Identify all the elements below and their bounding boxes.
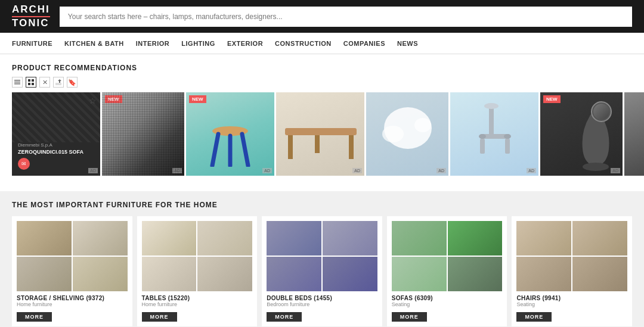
furniture-card-chairs[interactable]: CHAIRS (9941) Seating MORE xyxy=(512,216,632,326)
svg-rect-4 xyxy=(32,79,34,82)
ad-badge-6: AD xyxy=(527,168,536,173)
svg-point-17 xyxy=(414,118,431,132)
storage-images xyxy=(17,221,128,291)
svg-rect-12 xyxy=(288,135,293,159)
svg-rect-5 xyxy=(28,83,30,85)
ad-badge-5: AD xyxy=(436,168,446,173)
ad-badge-3: AD xyxy=(262,168,272,173)
svg-rect-2 xyxy=(14,83,20,85)
control-list[interactable] xyxy=(12,77,23,88)
furniture-section: THE MOST IMPORTANT FURNITURE FOR THE HOM… xyxy=(0,191,644,327)
svg-rect-21 xyxy=(505,139,510,154)
control-bookmark[interactable]: 🔖 xyxy=(67,77,78,88)
grid-icon xyxy=(28,79,34,85)
sofas-images xyxy=(392,221,503,291)
tables-more-btn[interactable]: MORE xyxy=(142,312,177,322)
nav-interior[interactable]: INTERIOR xyxy=(136,40,170,47)
control-grid[interactable] xyxy=(26,77,36,88)
furniture-card-sofas[interactable]: SOFAS (6309) Seating MORE xyxy=(387,216,507,326)
ad-badge-7: AD xyxy=(611,168,620,173)
svg-rect-14 xyxy=(315,135,320,153)
recommendations-title: PRODUCT RECOMMENDATIONS xyxy=(12,64,632,72)
sofas-more-btn[interactable]: MORE xyxy=(392,312,427,322)
ad-badge-4: AD xyxy=(352,168,362,173)
list-icon xyxy=(14,79,20,85)
nav-bar: FURNITURE KITCHEN & BATH INTERIOR LIGHTI… xyxy=(0,33,644,54)
chairs-title: CHAIRS (9941) xyxy=(516,295,627,301)
product-card-4[interactable]: AD xyxy=(276,92,364,176)
product-card-6[interactable]: AD xyxy=(450,92,538,176)
faucet-svg xyxy=(462,101,528,167)
nav-furniture[interactable]: FURNITURE xyxy=(12,40,52,47)
svg-rect-20 xyxy=(480,139,485,154)
email-icon[interactable]: ✉ xyxy=(18,158,30,170)
beds-more-btn[interactable]: MORE xyxy=(267,312,302,322)
rec-controls: ✕ 🔖 xyxy=(12,77,632,88)
svg-point-24 xyxy=(504,134,511,139)
svg-point-22 xyxy=(484,103,499,109)
tables-images xyxy=(142,221,253,291)
product-card-1[interactable]: ☆ Diemmebi S.p.A ZEROQUINDICI.015 SOFA ✉… xyxy=(12,92,100,176)
product-name: ZEROQUINDICI.015 SOFA xyxy=(18,149,94,155)
svg-rect-6 xyxy=(32,83,34,85)
control-share[interactable] xyxy=(53,77,64,88)
nav-kitchen-bath[interactable]: KITCHEN & BATH xyxy=(64,40,124,47)
furniture-card-beds[interactable]: DOUBLE BEDS (1455) Bedroom furniture MOR… xyxy=(262,216,382,326)
nav-news[interactable]: NEWS xyxy=(397,40,418,47)
nav-lighting[interactable]: LIGHTING xyxy=(181,40,215,47)
product-card-2[interactable]: NEW AD xyxy=(102,92,184,176)
new-badge-3: NEW xyxy=(189,95,206,103)
svg-line-10 xyxy=(242,134,248,166)
svg-point-23 xyxy=(479,134,486,139)
nav-exterior[interactable]: EXTERIOR xyxy=(227,40,263,47)
logo-top: ARCHI xyxy=(12,4,50,15)
lamp-svg xyxy=(375,98,441,164)
logo-bottom: TONIC xyxy=(12,18,50,29)
product-strip: ☆ Diemmebi S.p.A ZEROQUINDICI.015 SOFA ✉… xyxy=(12,92,632,176)
furniture-card-storage[interactable]: STORAGE / SHELVING (9372) Home furniture… xyxy=(12,216,132,326)
share-icon xyxy=(55,79,61,85)
storage-more-btn[interactable]: MORE xyxy=(17,312,52,322)
svg-rect-1 xyxy=(14,82,20,83)
tables-sub: Home furniture xyxy=(142,301,253,307)
sofas-title: SOFAS (6309) xyxy=(392,295,503,301)
product-card-5[interactable]: AD xyxy=(366,92,448,176)
bench-svg xyxy=(282,122,360,164)
beds-images xyxy=(267,221,377,291)
header: ARCHI TONIC xyxy=(0,0,644,33)
svg-rect-3 xyxy=(28,79,30,82)
search-input[interactable] xyxy=(60,7,632,27)
sofas-sub: Seating xyxy=(392,301,503,307)
control-close[interactable]: ✕ xyxy=(39,77,50,88)
new-badge-7: NEW xyxy=(543,95,561,103)
storage-title: STORAGE / SHELVING (9372) xyxy=(17,295,128,301)
tables-title: TABLES (15220) xyxy=(142,295,253,301)
product-card-8[interactable]: AD xyxy=(624,92,644,176)
svg-rect-0 xyxy=(14,80,20,81)
furniture-card-tables[interactable]: TABLES (15220) Home furniture MORE xyxy=(137,216,258,326)
svg-rect-18 xyxy=(489,107,494,137)
beds-sub: Bedroom furniture xyxy=(267,301,377,307)
svg-rect-11 xyxy=(285,128,357,135)
logo[interactable]: ARCHI TONIC xyxy=(12,4,50,29)
chairs-images xyxy=(516,221,627,291)
chairs-more-btn[interactable]: MORE xyxy=(516,312,552,322)
svg-point-26 xyxy=(583,163,609,171)
nav-companies[interactable]: COMPANIES xyxy=(343,40,385,47)
svg-line-8 xyxy=(212,134,218,166)
furniture-title: THE MOST IMPORTANT FURNITURE FOR THE HOM… xyxy=(12,201,632,209)
storage-sub: Home furniture xyxy=(17,301,128,307)
beds-title: DOUBLE BEDS (1455) xyxy=(267,295,377,301)
product-card-7[interactable]: NEW AD xyxy=(540,92,623,176)
nav-construction[interactable]: CONSTRUCTION xyxy=(275,40,332,47)
svg-rect-13 xyxy=(349,135,354,159)
chairs-sub: Seating xyxy=(516,301,627,307)
stool-svg xyxy=(209,119,251,167)
svg-point-16 xyxy=(382,126,404,142)
furniture-grid: STORAGE / SHELVING (9372) Home furniture… xyxy=(12,216,632,326)
product-card-3[interactable]: NEW AD xyxy=(186,92,274,176)
product-company: Diemmebi S.p.A xyxy=(18,142,94,148)
main-content: PRODUCT RECOMMENDATIONS ✕ 🔖 ☆ Diemmebi S… xyxy=(0,54,644,191)
